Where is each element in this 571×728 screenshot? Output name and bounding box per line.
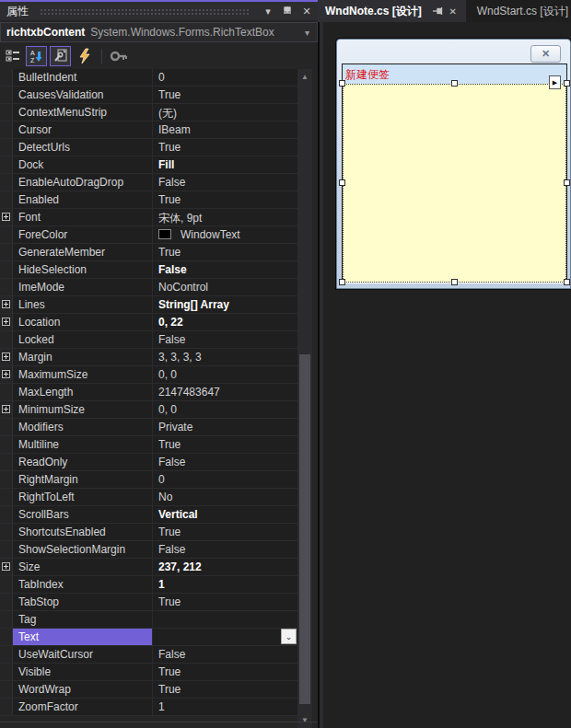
property-name[interactable]: EnableAutoDragDrop <box>13 174 153 191</box>
property-value[interactable]: False <box>153 646 297 663</box>
property-name[interactable]: Visible <box>13 664 153 680</box>
property-name[interactable]: Dock <box>13 156 153 173</box>
property-row[interactable]: Modifiers Private <box>0 419 297 436</box>
property-value[interactable]: False <box>153 261 297 278</box>
property-row[interactable]: Location 0, 22 <box>0 314 297 331</box>
property-name[interactable]: Locked <box>13 331 153 348</box>
property-value[interactable]: False <box>153 454 297 470</box>
property-name[interactable]: Lines <box>13 296 153 313</box>
property-name[interactable]: ForeColor <box>13 226 153 243</box>
selection-handle-bottom-middle[interactable] <box>451 279 458 285</box>
property-row[interactable]: EnableAutoDragDrop False <box>0 174 297 191</box>
selection-handle-middle-right[interactable] <box>564 179 570 186</box>
property-row[interactable]: ScrollBars Vertical <box>0 506 297 524</box>
property-name[interactable]: BulletIndent <box>13 69 153 86</box>
property-value[interactable]: 0 <box>153 69 297 86</box>
property-value[interactable]: (无) <box>153 104 297 121</box>
property-value[interactable]: 0, 0 <box>153 401 297 418</box>
property-value[interactable]: False <box>153 541 297 558</box>
expander-plus-icon[interactable] <box>2 352 10 361</box>
property-row[interactable]: Visible True <box>0 664 297 681</box>
alphabetical-sort-button[interactable]: AZ <box>26 46 47 66</box>
tab-wndstart[interactable]: WndStart.cs [设计] <box>466 0 571 22</box>
property-row[interactable]: Lines String[] Array <box>0 296 297 314</box>
property-row[interactable]: HideSelection False <box>0 261 297 279</box>
property-value[interactable]: 3, 3, 3, 3 <box>153 349 297 365</box>
property-value[interactable]: 0, 0 <box>153 366 297 383</box>
property-row[interactable]: WordWrap True <box>0 681 297 699</box>
selection-handle-top-middle[interactable] <box>451 80 458 87</box>
richtextbox-control[interactable] <box>343 84 566 283</box>
expander-plus-icon[interactable] <box>2 405 10 413</box>
property-name[interactable]: MinimumSize <box>13 401 153 418</box>
property-name[interactable]: ContextMenuStrip <box>13 104 153 121</box>
property-row[interactable]: Dock Fill <box>0 156 297 174</box>
property-name[interactable]: RightToLeft <box>13 489 153 505</box>
property-name[interactable]: Size <box>13 559 153 575</box>
property-value[interactable]: 0, 22 <box>153 314 297 330</box>
property-name[interactable]: ScrollBars <box>13 506 153 523</box>
property-name[interactable]: Cursor <box>13 121 153 138</box>
value-dropdown-button[interactable]: ⌄ <box>281 629 297 644</box>
close-icon[interactable]: ✕ <box>446 5 460 17</box>
form-client-area[interactable]: 新建便签 <box>342 64 567 283</box>
property-row[interactable]: MaximumSize 0, 0 <box>0 366 297 384</box>
tab-wndnote[interactable]: WndNote.cs [设计] ✕ <box>318 0 466 22</box>
expander-plus-icon[interactable] <box>2 562 10 571</box>
pin-icon[interactable] <box>279 4 296 18</box>
window-position-menu-icon[interactable]: ▾ <box>260 4 276 18</box>
property-row[interactable]: UseWaitCursor False <box>0 646 297 664</box>
property-row[interactable]: Locked False <box>0 331 297 349</box>
property-value[interactable]: NoControl <box>153 279 297 295</box>
property-row[interactable]: ContextMenuStrip (无) <box>0 104 297 121</box>
property-name[interactable]: Margin <box>13 349 153 365</box>
property-row[interactable]: CausesValidation True <box>0 87 297 104</box>
property-value[interactable]: 宋体, 9pt <box>153 209 297 225</box>
expander-plus-icon[interactable] <box>2 318 10 326</box>
property-row[interactable]: Enabled True <box>0 191 297 209</box>
property-name[interactable]: UseWaitCursor <box>13 646 153 663</box>
properties-titlebar[interactable]: 属性 ▾ ✕ <box>0 2 318 20</box>
property-row[interactable]: ZoomFactor 1 <box>0 699 297 716</box>
property-value[interactable]: True <box>153 436 297 453</box>
property-value[interactable]: True <box>153 524 297 540</box>
property-value[interactable]: String[] Array <box>153 296 297 313</box>
property-row[interactable]: ImeMode NoControl <box>0 279 297 296</box>
scrollbar-thumb[interactable] <box>299 354 310 704</box>
property-name[interactable]: GenerateMember <box>13 244 153 260</box>
property-row[interactable]: RightMargin 0 <box>0 471 297 489</box>
property-name[interactable]: TabIndex <box>13 576 153 593</box>
property-value[interactable]: False <box>153 174 297 191</box>
property-name[interactable]: ShortcutsEnabled <box>13 524 153 540</box>
property-row[interactable]: ShowSelectionMargin False <box>0 541 297 559</box>
property-value[interactable]: Vertical <box>153 506 297 523</box>
property-value[interactable]: False <box>153 331 297 348</box>
property-name[interactable]: MaxLength <box>13 384 153 400</box>
selection-handle-middle-left[interactable] <box>339 179 345 186</box>
forms-designer-surface[interactable]: ✕ 新建便签 ▶ <box>318 22 571 728</box>
property-row[interactable]: Text ⌄ <box>0 629 297 646</box>
property-value[interactable]: True <box>153 87 297 103</box>
property-name[interactable]: Tag <box>13 611 153 628</box>
close-icon[interactable]: ✕ <box>298 4 315 18</box>
property-row[interactable]: ReadOnly False <box>0 454 297 471</box>
property-name[interactable]: Text <box>13 629 153 645</box>
property-row[interactable]: ForeColor WindowText <box>0 226 297 244</box>
property-name[interactable]: HideSelection <box>13 261 153 278</box>
property-row[interactable]: Font 宋体, 9pt <box>0 209 297 226</box>
property-pages-button[interactable] <box>108 46 129 66</box>
selection-handle-bottom-right[interactable] <box>564 279 570 285</box>
property-value[interactable]: WindowText <box>153 226 297 243</box>
property-name[interactable]: ImeMode <box>13 279 153 295</box>
property-name[interactable]: Enabled <box>13 191 153 208</box>
selection-handle-top-left[interactable] <box>339 80 345 87</box>
property-name[interactable]: MaximumSize <box>13 366 153 383</box>
property-name[interactable]: RightMargin <box>13 471 153 488</box>
property-row[interactable]: Cursor IBeam <box>0 121 297 139</box>
scroll-up-icon[interactable]: ▲ <box>297 70 312 84</box>
property-value[interactable]: ⌄ <box>153 629 297 645</box>
property-row[interactable]: ShortcutsEnabled True <box>0 524 297 541</box>
property-name[interactable]: TabStop <box>13 594 153 610</box>
property-value[interactable]: True <box>153 681 297 698</box>
property-value[interactable]: IBeam <box>153 121 297 138</box>
